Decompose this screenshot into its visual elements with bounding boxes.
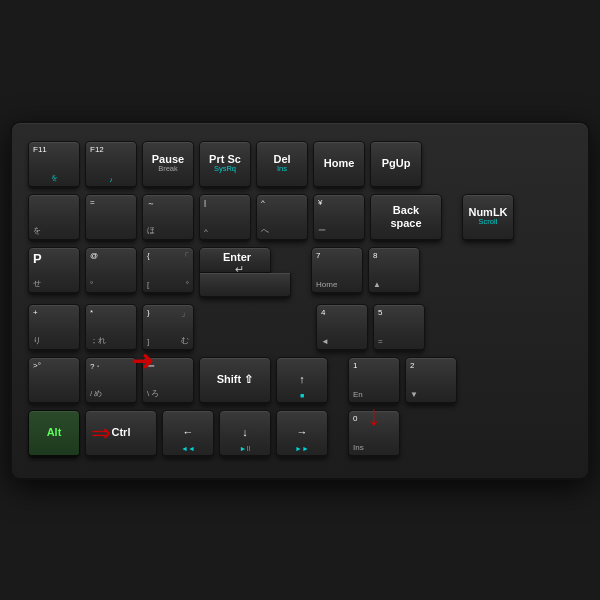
key-prtsc[interactable]: Prt Sc SysRq	[199, 141, 251, 189]
key-8-main: 8	[373, 251, 377, 260]
key-5-main: 5	[378, 308, 382, 317]
key-down-sub: ►II	[240, 445, 251, 452]
row5: >° ?・ / め ー \ ろ Shift ⇧ ↑ ■ 1 En ↓ 2 ▼	[28, 357, 572, 405]
key-star-btm: ；れ	[90, 335, 106, 346]
key-enter-bottom[interactable]	[199, 273, 291, 299]
key-f12[interactable]: F12 ♪	[85, 141, 137, 189]
key-tilde[interactable]: ～ ほ	[142, 194, 194, 242]
row6: Alt ⇒ Ctrl ← ◄◄ ↓ ►II → ►► 0 Ins	[28, 410, 572, 458]
enter-key-group: Enter ↵	[199, 247, 291, 299]
key-8-sub: ▲	[373, 280, 381, 289]
key-8[interactable]: 8 ▲	[368, 247, 420, 295]
key-ctrl-main: Ctrl	[112, 426, 131, 438]
key-up-sub: ■	[300, 392, 304, 399]
key-rbrace-tr: 」	[181, 308, 189, 319]
key-at[interactable]: @ °	[85, 247, 137, 295]
key-right[interactable]: → ►►	[276, 410, 328, 458]
row4: + り * ；れ ➜ } 」 ] む 4 ◄ 5 =	[28, 304, 572, 352]
key-pause[interactable]: Pause Break	[142, 141, 194, 189]
key-right-sub: ►►	[295, 445, 309, 452]
key-eq[interactable]: =	[85, 194, 137, 242]
key-bs2-top: ¥	[318, 198, 322, 207]
key-5[interactable]: 5 =	[373, 304, 425, 352]
key-minus[interactable]: ー \ ろ	[142, 357, 194, 405]
key-home[interactable]: Home	[313, 141, 365, 189]
key-plus-btm: り	[33, 335, 41, 346]
key-down[interactable]: ↓ ►II	[219, 410, 271, 458]
key-2-sub: ▼	[410, 390, 418, 399]
key-wo-btm: を	[33, 225, 41, 236]
key-0[interactable]: 0 Ins	[348, 410, 400, 458]
key-lbrace[interactable]: { 「 [ °	[142, 247, 194, 295]
key-backslash2[interactable]: ¥ ー	[313, 194, 365, 242]
key-minus-btm: \ ろ	[147, 388, 159, 399]
key-del[interactable]: Del Ins	[256, 141, 308, 189]
key-ques-btm: / め	[90, 388, 102, 399]
key-prtsc-sub: SysRq	[214, 165, 236, 173]
key-enter-top[interactable]: Enter ↵	[199, 247, 271, 273]
key-pgup-main: PgUp	[382, 157, 411, 169]
key-eq-top: =	[90, 198, 95, 207]
key-backspace[interactable]: Back space	[370, 194, 442, 242]
keyboard: F11 を F12 ♪ Pause Break Prt Sc SysRq Del…	[10, 121, 590, 480]
key-yen-top: ^	[261, 198, 265, 207]
key-yen-btm: へ	[261, 225, 269, 236]
key-4-sub: ◄	[321, 337, 329, 346]
key-enter-label: Enter	[223, 251, 251, 263]
key-ques[interactable]: ?・ / め	[85, 357, 137, 405]
key-pipe-btm: ^	[204, 227, 208, 236]
key-7-main: 7	[316, 251, 320, 260]
key-numlk[interactable]: NumLK Scroll	[462, 194, 514, 242]
key-tilde-top: ～	[147, 198, 155, 209]
key-left[interactable]: ← ◄◄	[162, 410, 214, 458]
key-wo[interactable]: を	[28, 194, 80, 242]
key-left-main: ←	[183, 426, 194, 438]
key-1-main: 1	[353, 361, 357, 370]
key-star[interactable]: * ；れ ➜	[85, 304, 137, 352]
key-1-sub: En	[353, 390, 363, 399]
key-lbrace-top: {	[147, 251, 150, 260]
function-key-row: F11 を F12 ♪ Pause Break Prt Sc SysRq Del…	[28, 141, 572, 189]
key-left-sub: ◄◄	[181, 445, 195, 452]
key-4[interactable]: 4 ◄	[316, 304, 368, 352]
key-gt[interactable]: >°	[28, 357, 80, 405]
key-home-main: Home	[324, 157, 355, 169]
key-7[interactable]: 7 Home	[311, 247, 363, 295]
key-lbrace-tr: 「	[181, 251, 189, 262]
key-0-sub: Ins	[353, 443, 364, 452]
key-p[interactable]: P せ	[28, 247, 80, 295]
key-0-main: 0	[353, 414, 357, 423]
key-pgup[interactable]: PgUp	[370, 141, 422, 189]
row2: を = ～ ほ | ^ ^ へ ¥ ー Back space NumLK Scr	[28, 194, 572, 242]
key-at-top: @	[90, 251, 98, 260]
key-f11[interactable]: F11 を	[28, 141, 80, 189]
key-f11-main: F11	[33, 145, 47, 154]
key-star-top: *	[90, 308, 93, 317]
key-rbrace[interactable]: } 」 ] む	[142, 304, 194, 352]
key-shift[interactable]: Shift ⇧	[199, 357, 271, 405]
key-shift-main: Shift ⇧	[217, 373, 254, 385]
key-at-btm: °	[90, 280, 93, 289]
key-2[interactable]: 2 ▼	[405, 357, 457, 405]
key-rbrace-br: む	[181, 335, 189, 346]
key-ctrl[interactable]: Ctrl	[85, 410, 157, 458]
key-alt-main: Alt	[47, 426, 62, 438]
key-ques-top: ?・	[90, 361, 102, 372]
key-gt-top: >°	[33, 361, 41, 370]
key-p-top: P	[33, 251, 42, 266]
key-yen[interactable]: ^ へ	[256, 194, 308, 242]
key-alt[interactable]: Alt ⇒	[28, 410, 80, 458]
key-4-main: 4	[321, 308, 325, 317]
key-plus-top: +	[33, 308, 38, 317]
key-rbrace-top: }	[147, 308, 150, 317]
key-up[interactable]: ↑ ■	[276, 357, 328, 405]
key-pipe[interactable]: | ^	[199, 194, 251, 242]
key-right-main: →	[297, 426, 308, 438]
key-plus[interactable]: + り	[28, 304, 80, 352]
key-rbrace-btm: ]	[147, 337, 149, 346]
row3: P せ @ ° { 「 [ ° Enter ↵ 7 Home 8 ▲	[28, 247, 572, 299]
key-pause-sub: Break	[158, 165, 178, 173]
key-1[interactable]: 1 En ↓	[348, 357, 400, 405]
key-backspace-main: Back	[393, 204, 419, 216]
key-f12-main: F12	[90, 145, 104, 154]
